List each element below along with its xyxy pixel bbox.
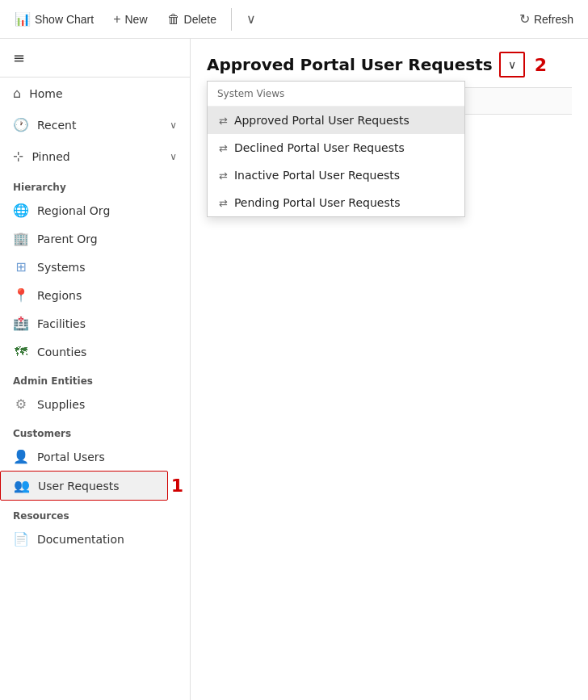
sidebar-item-systems[interactable]: ⊞ Systems	[0, 253, 190, 281]
show-chart-label: Show Chart	[35, 13, 94, 26]
supplies-label: Supplies	[37, 398, 85, 411]
home-label: Home	[29, 87, 177, 100]
pinned-label: Pinned	[32, 150, 162, 163]
show-chart-icon: 📊	[15, 11, 31, 27]
user-requests-icon: 👥	[14, 478, 30, 493]
toolbar: 📊 Show Chart + New 🗑 Delete ∨ ↻ Refresh	[0, 0, 588, 39]
recent-icon: 🕐	[13, 117, 29, 132]
sidebar-item-recent[interactable]: 🕐 Recent ∨	[0, 109, 190, 140]
counties-icon: 🗺	[13, 344, 29, 359]
view-icon-pending: ⇄	[219, 197, 228, 209]
home-icon: ⌂	[13, 86, 21, 101]
view-dropdown-button[interactable]: ∨	[499, 52, 525, 78]
sidebar-item-parent-org[interactable]: 🏢 Parent Org	[0, 224, 190, 253]
recent-label: Recent	[37, 119, 162, 132]
parent-org-icon: 🏢	[13, 231, 29, 246]
documentation-label: Documentation	[37, 533, 124, 546]
new-label: New	[125, 13, 148, 26]
facilities-label: Facilities	[37, 317, 86, 330]
toolbar-separator	[231, 8, 232, 31]
regional-org-label: Regional Org	[37, 204, 110, 217]
step2-label: 2	[535, 55, 547, 75]
chevron-down-icon: ∨	[508, 58, 516, 71]
dropdown-item-label-declined: Declined Portal User Requests	[234, 141, 405, 154]
dropdown-item-inactive[interactable]: ⇄ Inactive Portal User Requests	[208, 161, 464, 189]
sidebar-item-supplies[interactable]: ⚙ Supplies	[0, 390, 190, 418]
sidebar-item-facilities[interactable]: 🏥 Facilities	[0, 309, 190, 337]
recent-chevron-icon: ∨	[170, 119, 177, 131]
sidebar-item-home[interactable]: ⌂ Home	[0, 78, 190, 109]
chevron-down-button[interactable]: ∨	[238, 6, 264, 31]
page-title: Approved Portal User Requests	[207, 55, 493, 74]
new-icon: +	[113, 12, 120, 27]
view-icon-declined: ⇄	[219, 142, 228, 154]
content-header: Approved Portal User Requests ∨ 2 System…	[207, 52, 572, 78]
systems-icon: ⊞	[13, 259, 29, 275]
sidebar-item-user-requests[interactable]: 👥 User Requests	[0, 471, 168, 501]
refresh-label: Refresh	[534, 13, 573, 26]
counties-label: Counties	[37, 346, 86, 358]
sidebar-item-documentation[interactable]: 📄 Documentation	[0, 525, 190, 553]
systems-label: Systems	[37, 261, 86, 274]
delete-label: Delete	[184, 13, 216, 26]
new-button[interactable]: + New	[105, 7, 155, 31]
hierarchy-section-header: Hierarchy	[0, 172, 190, 196]
content-area: Approved Portal User Requests ∨ 2 System…	[191, 39, 588, 700]
step1-label: 1	[171, 476, 190, 496]
portal-users-icon: 👤	[13, 449, 29, 464]
delete-button[interactable]: 🗑 Delete	[159, 7, 225, 31]
dropdown-item-pending[interactable]: ⇄ Pending Portal User Requests	[208, 189, 464, 216]
sidebar-top: ≡	[0, 39, 190, 78]
sidebar-item-regional-org[interactable]: 🌐 Regional Org	[0, 196, 190, 224]
parent-org-label: Parent Org	[37, 233, 98, 245]
dropdown-item-declined[interactable]: ⇄ Declined Portal User Requests	[208, 134, 464, 161]
supplies-icon: ⚙	[13, 396, 29, 412]
dropdown-section-label: System Views	[208, 82, 464, 107]
sidebar-item-portal-users[interactable]: 👤 Portal Users	[0, 442, 190, 471]
sidebar-item-regions[interactable]: 📍 Regions	[0, 281, 190, 309]
documentation-icon: 📄	[13, 531, 29, 547]
show-chart-button[interactable]: 📊 Show Chart	[6, 6, 102, 31]
dropdown-item-label-inactive: Inactive Portal User Requests	[234, 169, 400, 182]
sidebar-item-pinned[interactable]: ⊹ Pinned ∨	[0, 140, 190, 172]
main-layout: ≡ ⌂ Home 🕐 Recent ∨ ⊹ Pinned ∨ Hierarchy…	[0, 39, 588, 700]
user-requests-row: 👥 User Requests 1	[0, 471, 190, 501]
dropdown-item-label-approved: Approved Portal User Requests	[234, 114, 410, 127]
refresh-button[interactable]: ↻ Refresh	[511, 6, 582, 31]
dropdown-item-label-pending: Pending Portal User Requests	[234, 196, 401, 209]
view-icon-approved: ⇄	[219, 115, 228, 127]
view-dropdown-menu: System Views ⇄ Approved Portal User Requ…	[207, 81, 465, 217]
portal-users-label: Portal Users	[37, 451, 105, 463]
resources-section-header: Resources	[0, 501, 190, 525]
regions-icon: 📍	[13, 287, 29, 303]
view-icon-inactive: ⇄	[219, 170, 228, 182]
delete-icon: 🗑	[167, 12, 180, 27]
regional-org-icon: 🌐	[13, 203, 29, 218]
pinned-chevron-icon: ∨	[170, 151, 177, 162]
sidebar: ≡ ⌂ Home 🕐 Recent ∨ ⊹ Pinned ∨ Hierarchy…	[0, 39, 191, 700]
dropdown-item-approved[interactable]: ⇄ Approved Portal User Requests	[208, 107, 464, 134]
facilities-icon: 🏥	[13, 316, 29, 331]
customers-section-header: Customers	[0, 418, 190, 442]
chevron-down-icon: ∨	[246, 11, 256, 27]
regions-label: Regions	[37, 289, 82, 302]
admin-entities-section-header: Admin Entities	[0, 366, 190, 390]
user-requests-label: User Requests	[38, 480, 120, 493]
pinned-icon: ⊹	[13, 149, 23, 164]
hamburger-icon[interactable]: ≡	[13, 49, 25, 66]
sidebar-item-counties[interactable]: 🗺 Counties	[0, 337, 190, 366]
refresh-icon: ↻	[519, 11, 530, 27]
